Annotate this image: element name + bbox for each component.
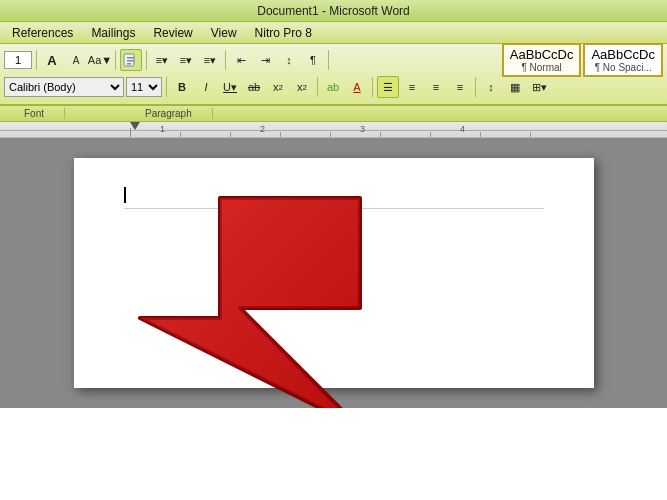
document-cursor-area [124, 186, 544, 209]
italic-button[interactable]: I [195, 76, 217, 98]
title-text: Document1 - Microsoft Word [257, 4, 410, 18]
separator-5 [328, 50, 329, 70]
text-highlight-button[interactable]: ab [322, 76, 344, 98]
menu-view[interactable]: View [203, 24, 245, 42]
separator-1 [36, 50, 37, 70]
document-area[interactable] [0, 138, 667, 408]
bullet-list-button[interactable]: ≡▾ [151, 49, 173, 71]
ruler-num-2: 2 [260, 124, 265, 134]
separator-r2-3 [372, 77, 373, 97]
align-justify-button[interactable]: ≡ [449, 76, 471, 98]
border-button[interactable]: ⊞▾ [528, 76, 550, 98]
separator-3 [146, 50, 147, 70]
ruler: 1 2 3 4 [0, 122, 667, 138]
strikethrough-button[interactable]: ab [243, 76, 265, 98]
superscript-button[interactable]: x2 [291, 76, 313, 98]
paragraph-section-label: Paragraph [125, 108, 213, 119]
menu-references[interactable]: References [4, 24, 81, 42]
menu-review[interactable]: Review [145, 24, 200, 42]
separator-r2-1 [166, 77, 167, 97]
font-shrink-button[interactable]: A [65, 49, 87, 71]
underline-button[interactable]: U▾ [219, 76, 241, 98]
svg-rect-1 [127, 57, 134, 59]
separator-r2-4 [475, 77, 476, 97]
font-size-select[interactable]: 11 12 14 [126, 77, 162, 97]
style-normal-label: ¶ Normal [510, 62, 574, 73]
align-right-button[interactable]: ≡ [425, 76, 447, 98]
ruler-indent-marker [130, 122, 140, 130]
pilcrow-button[interactable]: ¶ [302, 49, 324, 71]
style-nospace[interactable]: AaBbCcDc ¶ No Spaci... [583, 43, 663, 77]
ruler-num-3: 3 [360, 124, 365, 134]
menu-bar: References Mailings Review View Nitro Pr… [0, 22, 667, 44]
font-color-button[interactable]: A [346, 76, 368, 98]
copy-format-button[interactable] [120, 49, 142, 71]
multilevel-list-button[interactable]: ≡▾ [199, 49, 221, 71]
separator-2 [115, 50, 116, 70]
ribbon: A A Aa▼ ≡▾ ≡▾ ≡▾ ⇤ ⇥ ↕ ¶ AaBbCcDc ¶ Norm… [0, 44, 667, 106]
menu-nitro[interactable]: Nitro Pro 8 [247, 24, 320, 42]
style-nospace-preview: AaBbCcDc [591, 47, 655, 62]
ruler-num-4: 4 [460, 124, 465, 134]
decrease-indent-button[interactable]: ⇤ [230, 49, 252, 71]
style-normal-preview: AaBbCcDc [510, 47, 574, 62]
title-bar: Document1 - Microsoft Word [0, 0, 667, 22]
shading-button[interactable]: ▦ [504, 76, 526, 98]
svg-rect-2 [127, 60, 134, 62]
style-normal[interactable]: AaBbCcDc ¶ Normal [502, 43, 582, 77]
ruler-tick-0 [130, 128, 131, 138]
svg-rect-3 [127, 63, 131, 65]
ruler-num-1: 1 [160, 124, 165, 134]
line-spacing-button[interactable]: ↕ [480, 76, 502, 98]
change-case-button[interactable]: Aa▼ [89, 49, 111, 71]
font-grow-button[interactable]: A [41, 49, 63, 71]
document-line [124, 208, 544, 209]
align-center-button[interactable]: ≡ [401, 76, 423, 98]
menu-mailings[interactable]: Mailings [83, 24, 143, 42]
text-cursor [124, 187, 126, 203]
ribbon-labels: Font Paragraph [0, 106, 667, 122]
styles-gallery: AaBbCcDc ¶ Normal AaBbCcDc ¶ No Spaci... [502, 43, 663, 77]
document-page[interactable] [74, 158, 594, 388]
font-section-label: Font [4, 108, 65, 119]
ribbon-row1: A A Aa▼ ≡▾ ≡▾ ≡▾ ⇤ ⇥ ↕ ¶ AaBbCcDc ¶ Norm… [4, 46, 663, 74]
increase-indent-button[interactable]: ⇥ [254, 49, 276, 71]
font-family-select[interactable]: Calibri (Body) Arial Times New Roman [4, 77, 124, 97]
bold-button[interactable]: B [171, 76, 193, 98]
style-nospace-label: ¶ No Spaci... [591, 62, 655, 73]
separator-r2-2 [317, 77, 318, 97]
separator-4 [225, 50, 226, 70]
sort-button[interactable]: ↕ [278, 49, 300, 71]
ribbon-row2: Calibri (Body) Arial Times New Roman 11 … [4, 74, 663, 100]
font-size-input[interactable] [4, 51, 32, 69]
subscript-button[interactable]: x2 [267, 76, 289, 98]
number-list-button[interactable]: ≡▾ [175, 49, 197, 71]
align-left-button[interactable]: ☰ [377, 76, 399, 98]
